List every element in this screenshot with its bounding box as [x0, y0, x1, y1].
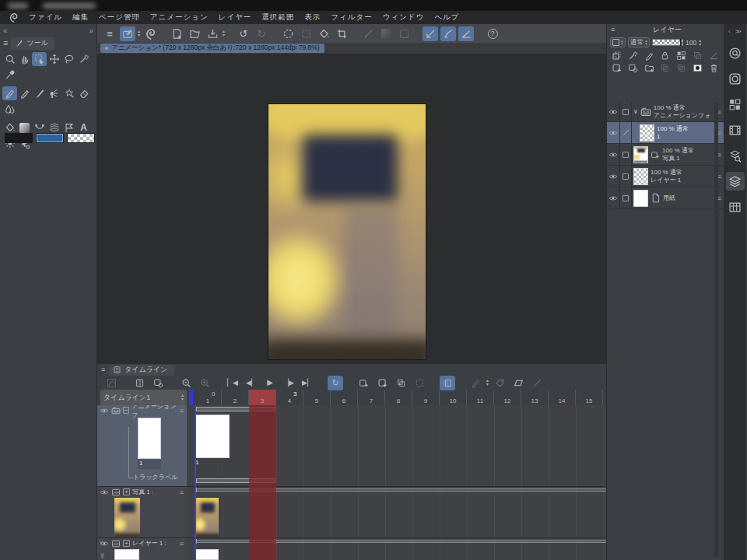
tab-timeline[interactable]: タイムライン [109, 365, 174, 376]
timeline-cel-thumbnail[interactable] [195, 415, 230, 458]
track-menu-icon[interactable]: ≡ [180, 407, 184, 415]
clipping-icon[interactable] [612, 51, 622, 61]
document-tab[interactable]: アニメーション* (720 x 1280px 余白あり:720 x 1280px… [100, 44, 324, 53]
eye-icon[interactable] [100, 488, 109, 497]
menu-view[interactable]: 表示 [304, 12, 321, 23]
track-layer1[interactable]: + レイヤー 1 : ≡ [97, 538, 606, 560]
eye-icon[interactable] [608, 150, 618, 159]
save-spinner[interactable]: ▴▾ [223, 30, 225, 37]
layer-mask-icon[interactable] [693, 63, 703, 73]
tabmate-button[interactable] [120, 26, 135, 41]
layer-checkbox[interactable] [622, 152, 629, 158]
help-button[interactable]: ? [485, 26, 500, 41]
new-cel-button[interactable] [374, 376, 390, 390]
track-photo[interactable]: + 写真 1 : ≡ [97, 487, 606, 538]
keyframe-area-button[interactable] [510, 376, 526, 390]
tab-tools[interactable]: ツール [11, 37, 54, 50]
layer-row-animation-folder[interactable]: ∨ 100 % 通常アニメーションフォ ≡ [607, 102, 724, 122]
tool-eraser[interactable] [76, 86, 91, 100]
menu-window[interactable]: ウィンドウ [383, 12, 425, 23]
layer-thumbnail[interactable] [633, 168, 648, 185]
prev-frame-button[interactable]: ◀▏ [244, 376, 259, 390]
expand-track-icon[interactable]: + [123, 540, 130, 547]
canvas-area[interactable] [97, 54, 606, 363]
label-button[interactable] [492, 376, 507, 390]
main-color-swatch[interactable] [5, 133, 33, 143]
menu-animation[interactable]: アニメーション [150, 12, 209, 23]
opacity-slider[interactable] [652, 39, 683, 46]
expand-track-icon[interactable]: + [123, 488, 130, 495]
ruler-range-icon[interactable] [709, 51, 719, 61]
tool-panel-menu-icon[interactable]: ≡ [3, 39, 8, 47]
gradient-area-button[interactable] [378, 26, 394, 41]
tool-selection[interactable] [61, 52, 76, 66]
folder-collapse-icon[interactable]: ∨ [633, 108, 638, 115]
new-animation-cel-button[interactable] [356, 376, 371, 390]
tool-decoration[interactable] [61, 86, 76, 100]
tool-pencil[interactable] [17, 86, 32, 100]
tool-pen[interactable] [2, 86, 17, 100]
track-menu-icon[interactable]: ≡ [180, 488, 184, 496]
paper-thumbnail[interactable] [633, 190, 648, 207]
opacity-value[interactable]: 100 [686, 39, 696, 47]
dock-layer-property[interactable] [726, 198, 745, 216]
layer-scrollbar[interactable] [714, 102, 718, 557]
timeline-settings-button[interactable] [132, 376, 147, 390]
menu-edit[interactable]: 編集 [72, 12, 89, 23]
play-button[interactable]: ▶ [262, 376, 278, 390]
reference-layer-icon[interactable] [628, 51, 638, 61]
timeline-panel-menu-icon[interactable]: ≡ [101, 366, 105, 373]
new-timeline-button[interactable] [150, 376, 166, 390]
new-raster-layer-icon[interactable] [612, 63, 622, 73]
layer-row-paper[interactable]: 用紙 ≡ [607, 187, 724, 209]
playhead-column[interactable] [249, 405, 276, 560]
clip-studio-open-button[interactable] [142, 26, 158, 41]
blend-mode-combo[interactable]: 通常▴▾ [628, 37, 650, 47]
menu-page-management[interactable]: ページ管理 [99, 12, 140, 23]
command-bar-menu-icon[interactable]: ≡ [102, 26, 117, 41]
layer-row-layer1[interactable]: 100 % 通常レイヤー 1 ≡ [607, 166, 724, 187]
dock-timeline[interactable] [726, 121, 745, 139]
track-menu-icon[interactable]: ≡ [180, 540, 184, 548]
scroll-bottom-icon[interactable]: ≫ [99, 552, 106, 558]
dock-layer[interactable] [726, 172, 745, 191]
deselect-button[interactable] [280, 26, 296, 41]
photo-layer-thumbnail[interactable] [633, 146, 648, 163]
layer-effect-combo[interactable]: ▴▾ [610, 37, 626, 47]
menu-filter[interactable]: フィルター [331, 12, 372, 23]
onion-skin-button[interactable] [440, 376, 455, 390]
eye-icon[interactable] [100, 406, 109, 415]
tool-eyedropper[interactable] [2, 68, 17, 82]
opacity-spinner[interactable]: ▴▾ [699, 39, 701, 47]
tool-zoom[interactable] [2, 52, 17, 66]
layer-row-cel1-selected[interactable]: 100 % 通常1 ≡ [607, 122, 724, 144]
palette-collapse-left[interactable]: « [3, 26, 8, 35]
new-folder-icon[interactable] [644, 63, 654, 73]
cel-thumbnail[interactable] [138, 418, 161, 459]
menu-help[interactable]: ヘルプ [434, 12, 459, 23]
playhead-line[interactable] [195, 405, 196, 560]
dock-collapse-right-icon[interactable]: ≫ [735, 28, 742, 35]
timeline-zoom-in-button[interactable] [197, 376, 212, 390]
go-first-frame-button[interactable]: ▏◀ [225, 376, 240, 390]
tool-blend[interactable] [2, 102, 17, 116]
tool-auto-select[interactable] [76, 52, 91, 66]
undo-button[interactable]: ↺ [236, 26, 251, 41]
sub-color-swatch[interactable] [36, 133, 64, 143]
slope-button[interactable] [529, 376, 545, 390]
snap-special-ruler-button[interactable] [440, 26, 456, 41]
layer-checkbox[interactable] [622, 195, 629, 201]
frame-ruler[interactable]: 1 2 3 4 5 6 7 8 9 10 11 12 13 [195, 390, 603, 405]
specify-cel-button[interactable] [393, 376, 409, 390]
new-vector-layer-icon[interactable] [628, 63, 638, 73]
transfer-down-icon[interactable] [660, 63, 670, 73]
palette-collapse-right[interactable]: » [89, 26, 93, 35]
save-button[interactable] [205, 26, 220, 41]
transparent-color-swatch[interactable] [67, 133, 95, 143]
layer-row-photo[interactable]: 100 % 通常写真 1 ≡ [607, 144, 724, 166]
timeline-selector[interactable]: タイムライン1 ▴▾ [100, 390, 187, 405]
redo-button[interactable]: ↻ [254, 26, 269, 41]
playback-start-marker[interactable] [189, 390, 193, 405]
eye-icon[interactable] [608, 128, 618, 138]
tool-brush[interactable] [32, 86, 47, 100]
